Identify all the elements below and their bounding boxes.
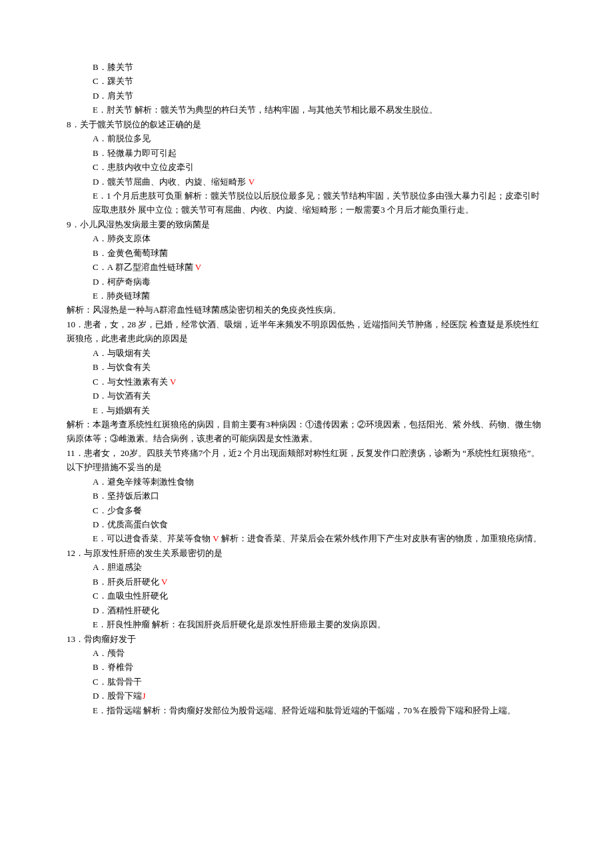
option-text: B．坚持饭后漱口 (93, 491, 159, 501)
q11-option-c: C．少食多餐 (67, 503, 546, 517)
answer-mark: V (249, 177, 255, 187)
stem-text: 12．与原发性肝癌的发生关系最密切的是 (67, 548, 223, 558)
q13-option-b: B．脊椎骨 (67, 660, 546, 674)
q9-explain: 解析：风湿热是一种与A群溶血性链球菌感染密切相关的免疫炎性疾病。 (67, 303, 546, 317)
q12-option-b: B．肝炎后肝硬化 V (67, 575, 546, 589)
option-text: C．患肢内收中立位皮牵引 (93, 162, 194, 172)
option-text: D．肩关节 (93, 91, 133, 101)
q12-option-a: A．胆道感染 (67, 560, 546, 574)
option-text: E．肝良性肿瘤 解析：在我国肝炎后肝硬化是原发性肝癌最主要的发病原因。 (93, 619, 386, 629)
option-text: D．优质高蛋白饮食 (93, 519, 168, 529)
q9-stem: 9．小儿风湿热发病最主要的致病菌是 (67, 217, 546, 231)
q7-option-c: C．踝关节 (67, 74, 546, 88)
q9-option-b: B．金黄色葡萄球菌 (67, 246, 546, 260)
q11-option-b: B．坚持饭后漱口 (67, 489, 546, 503)
q10-option-d: D．与饮酒有关 (67, 389, 546, 403)
answer-mark: V (170, 377, 176, 387)
answer-mark: V (161, 577, 167, 587)
option-text: E．1 个月后患肢可负重 解析：髋关节脱位以后脱位最多见；髋关节结构牢固，关节脱… (93, 191, 540, 215)
q11-option-e: E．可以进食香菜、芹菜等食物 V 解析：进食香菜、芹菜后会在紫外线作用下产生对皮… (67, 531, 546, 545)
option-text: E．与婚姻有关 (93, 405, 150, 415)
q13-option-d: D．股骨下端J (67, 689, 546, 703)
q8-option-d: D．髋关节屈曲、内收、内旋、缩短畸形 V (67, 175, 546, 189)
q13-option-c: C．肱骨骨干 (67, 675, 546, 689)
q7-option-d: D．肩关节 (67, 89, 546, 103)
option-text: C．肱骨骨干 (93, 677, 142, 687)
answer-mark: V (213, 533, 219, 543)
option-text: D．髋关节屈曲、内收、内旋、缩短畸形 (93, 177, 249, 187)
option-text: D．股骨下端 (93, 691, 142, 701)
q10-option-c: C．与女性激素有关 V (67, 375, 546, 389)
option-text: C．少食多餐 (93, 505, 142, 515)
option-text: B．肝炎后肝硬化 (93, 577, 161, 587)
option-text: A．肺炎支原体 (93, 233, 151, 243)
option-text: C．A 群乙型溶血性链球菌 (93, 262, 195, 272)
q8-option-a: A．前脱位多见 (67, 131, 546, 145)
option-text: B．与饮食有关 (93, 362, 151, 372)
stem-text: 11．患者女， 20岁。四肢关节疼痛7个月，近2 个月出现面颊部对称性红斑，反复… (67, 448, 540, 472)
stem-text: 13．骨肉瘤好发于 (67, 634, 136, 644)
q11-option-a: A．避免辛辣等刺激性食物 (67, 475, 546, 489)
q12-stem: 12．与原发性肝癌的发生关系最密切的是 (67, 546, 546, 560)
q10-option-a: A．与吸烟有关 (67, 346, 546, 360)
q12-option-e: E．肝良性肿瘤 解析：在我国肝炎后肝硬化是原发性肝癌最主要的发病原因。 (67, 617, 546, 631)
q10-stem: 10．患者，女，28 岁，已婚，经常饮酒、吸烟，近半年来频发不明原因低热，近端指… (67, 317, 546, 346)
option-text: A．前脱位多见 (93, 133, 151, 143)
q8-option-b: B．轻微暴力即可引起 (67, 146, 546, 160)
stem-text: 8．关于髋关节脱位的叙述正确的是 (67, 119, 201, 129)
stem-text: 9．小儿风湿热发病最主要的致病菌是 (67, 219, 210, 229)
option-text: E．肘关节 解析：髋关节为典型的杵臼关节，结构牢固，与其他关节相比最不易发生脱位… (93, 105, 438, 115)
option-text: B．金黄色葡萄球菌 (93, 248, 168, 258)
option-text: D．与饮酒有关 (93, 391, 151, 401)
q10-option-e: E．与婚姻有关 (67, 403, 546, 417)
explain-text: 解析：本题考查系统性红斑狼疮的病因，目前主要有3种病因：①遗传因素；②环境因素，… (67, 419, 541, 443)
option-text: B．轻微暴力即可引起 (93, 148, 177, 158)
option-text: A．与吸烟有关 (93, 348, 151, 358)
answer-mark: V (195, 262, 201, 272)
q8-option-e: E．1 个月后患肢可负重 解析：髋关节脱位以后脱位最多见；髋关节结构牢固，关节脱… (67, 189, 546, 217)
option-text: B．膝关节 (93, 62, 133, 72)
option-text: B．脊椎骨 (93, 662, 133, 672)
option-text: A．颅骨 (93, 648, 125, 658)
option-text: A．胆道感染 (93, 562, 142, 572)
explain-text: 解析：风湿热是一种与A群溶血性链球菌感染密切相关的免疫炎性疾病。 (67, 305, 341, 315)
q12-option-d: D．酒精性肝硬化 (67, 603, 546, 617)
q10-option-b: B．与饮食有关 (67, 360, 546, 374)
q9-option-c: C．A 群乙型溶血性链球菌 V (67, 260, 546, 274)
q9-option-e: E．肺炎链球菌 (67, 289, 546, 303)
option-text: C．踝关节 (93, 76, 133, 86)
option-text: E．肺炎链球菌 (93, 291, 150, 301)
q13-option-a: A．颅骨 (67, 646, 546, 660)
q9-option-a: A．肺炎支原体 (67, 231, 546, 245)
q11-option-d: D．优质高蛋白饮食 (67, 517, 546, 531)
q12-option-c: C．血吸虫性肝硬化 (67, 589, 546, 603)
option-text: C．血吸虫性肝硬化 (93, 591, 168, 601)
q8-stem: 8．关于髋关节脱位的叙述正确的是 (67, 117, 546, 131)
option-text-post: 解析：进食香菜、芹菜后会在紫外线作用下产生对皮肤有害的物质，加重狼疮病情。 (219, 533, 541, 543)
answer-mark: J (142, 691, 145, 701)
option-text: D．酒精性肝硬化 (93, 605, 159, 615)
option-text: A．避免辛辣等刺激性食物 (93, 477, 194, 487)
option-text: E．指骨远端 解析：骨肉瘤好发部位为股骨远端、胫骨近端和肱骨近端的干骺端，70％… (93, 705, 516, 715)
q9-option-d: D．柯萨奇病毒 (67, 275, 546, 289)
option-text: E．可以进食香菜、芹菜等食物 (93, 533, 213, 543)
q10-explain: 解析：本题考查系统性红斑狼疮的病因，目前主要有3种病因：①遗传因素；②环境因素，… (67, 417, 546, 446)
q8-option-c: C．患肢内收中立位皮牵引 (67, 160, 546, 174)
q13-option-e: E．指骨远端 解析：骨肉瘤好发部位为股骨远端、胫骨近端和肱骨近端的干骺端，70％… (67, 703, 546, 717)
q11-stem: 11．患者女， 20岁。四肢关节疼痛7个月，近2 个月出现面颊部对称性红斑，反复… (67, 446, 546, 475)
option-text: D．柯萨奇病毒 (93, 277, 151, 287)
stem-text: 10．患者，女，28 岁，已婚，经常饮酒、吸烟，近半年来频发不明原因低热，近端指… (67, 319, 539, 343)
q7-option-b: B．膝关节 (67, 60, 546, 74)
option-text: C．与女性激素有关 (93, 377, 170, 387)
q13-stem: 13．骨肉瘤好发于 (67, 632, 546, 646)
q7-option-e: E．肘关节 解析：髋关节为典型的杵臼关节，结构牢固，与其他关节相比最不易发生脱位… (67, 103, 546, 117)
